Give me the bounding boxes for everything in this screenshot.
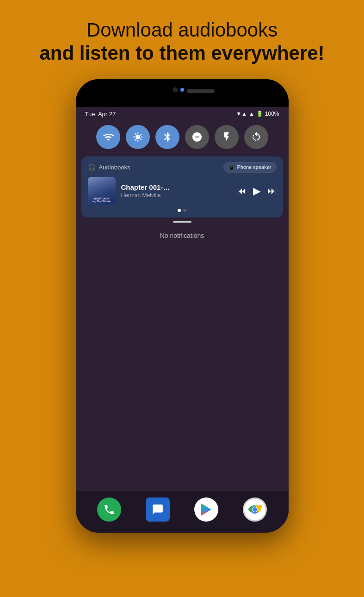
battery-status-icon: 🔋 bbox=[256, 111, 263, 117]
phone-speaker-top bbox=[187, 89, 215, 93]
quick-toggles bbox=[76, 121, 289, 153]
phone-camera bbox=[173, 87, 178, 92]
header-line1: Download audiobooks bbox=[28, 19, 336, 42]
brightness-toggle[interactable] bbox=[126, 125, 150, 149]
chapter-title: Chapter 001-… bbox=[121, 183, 232, 191]
bottom-nav bbox=[76, 491, 289, 533]
notification-content: MOBY-DICKor, The Whale Chapter 001-… Her… bbox=[88, 177, 277, 205]
signal-status-icon: ▲ bbox=[249, 111, 254, 117]
headphone-icon: 🎧 bbox=[88, 164, 95, 171]
notification-app-name: 🎧 Audiobooks bbox=[88, 164, 130, 171]
phone-wrapper: Tue, Apr 27 ▼▲ ▲ 🔋 100% bbox=[0, 79, 364, 533]
phone-device: Tue, Apr 27 ▼▲ ▲ 🔋 100% bbox=[76, 79, 289, 533]
play-button[interactable]: ▶ bbox=[253, 185, 261, 197]
flashlight-toggle[interactable] bbox=[215, 125, 239, 149]
status-right: ▼▲ ▲ 🔋 100% bbox=[236, 111, 279, 117]
wifi-toggle[interactable] bbox=[96, 125, 120, 149]
fast-forward-button[interactable]: ⏭ bbox=[267, 186, 277, 196]
status-bar: Tue, Apr 27 ▼▲ ▲ 🔋 100% bbox=[76, 107, 289, 121]
battery-percent: 100% bbox=[265, 111, 279, 117]
nav-play-store-icon[interactable] bbox=[194, 498, 218, 522]
notification-header: 🎧 Audiobooks 📱 Phone speaker bbox=[88, 162, 277, 173]
svg-point-3 bbox=[253, 507, 257, 512]
book-cover: MOBY-DICKor, The Whale bbox=[88, 177, 116, 205]
no-notifications-text: No notifications bbox=[76, 232, 289, 239]
phone-camera-light bbox=[180, 88, 184, 92]
nav-chrome-icon[interactable] bbox=[243, 498, 267, 522]
playback-controls: ⏮ ▶ ⏭ bbox=[237, 185, 277, 197]
dnd-toggle[interactable] bbox=[185, 125, 209, 149]
rotate-toggle[interactable] bbox=[244, 125, 268, 149]
phone-speaker-icon: 📱 bbox=[228, 164, 235, 170]
wifi-status-icon: ▼▲ bbox=[236, 111, 247, 117]
bluetooth-toggle[interactable] bbox=[155, 125, 179, 149]
phone-screen: Tue, Apr 27 ▼▲ ▲ 🔋 100% bbox=[76, 107, 289, 533]
notification-card: 🎧 Audiobooks 📱 Phone speaker MOBY-DICKor… bbox=[81, 156, 283, 218]
notification-info: Chapter 001-… Herman Melville bbox=[121, 183, 232, 199]
dot-2 bbox=[183, 209, 186, 212]
header-section: Download audiobooks and listen to them e… bbox=[0, 0, 364, 79]
header-line2: and listen to them everywhere! bbox=[28, 42, 336, 65]
author-name: Herman Melville bbox=[121, 192, 232, 199]
status-time: Tue, Apr 27 bbox=[85, 111, 116, 118]
book-cover-title: MOBY-DICKor, The Whale bbox=[93, 197, 111, 203]
dot-1 bbox=[178, 209, 181, 212]
drag-handle bbox=[173, 221, 191, 223]
output-button[interactable]: 📱 Phone speaker bbox=[223, 162, 277, 173]
notification-dots bbox=[88, 209, 277, 212]
rewind-button[interactable]: ⏮ bbox=[237, 186, 247, 196]
nav-phone-icon[interactable] bbox=[97, 498, 121, 522]
nav-messages-icon[interactable] bbox=[146, 498, 170, 522]
phone-top-bar bbox=[76, 79, 289, 107]
